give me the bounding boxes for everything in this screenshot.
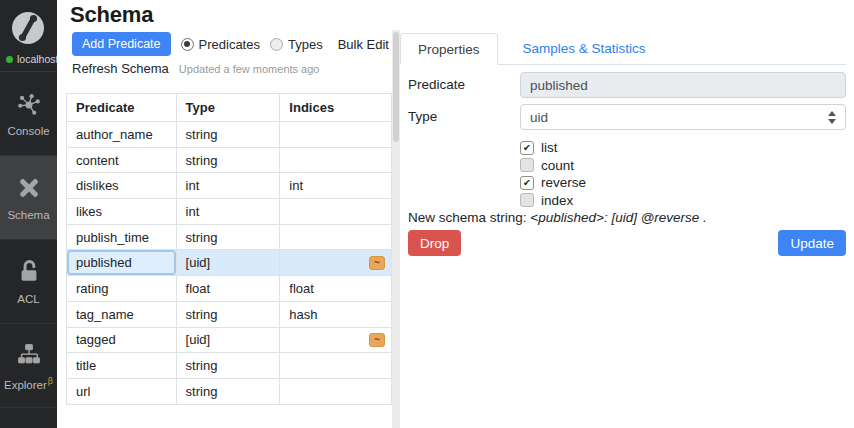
predicate-input[interactable]: published <box>520 72 846 98</box>
checkbox-list[interactable]: ✔list <box>520 139 586 157</box>
tab-samples-statistics[interactable]: Samples & Statistics <box>498 33 671 64</box>
add-predicate-button[interactable]: Add Predicate <box>72 32 171 56</box>
update-button[interactable]: Update <box>778 230 846 256</box>
cell-type[interactable]: string <box>177 122 281 147</box>
cell-predicate[interactable]: likes <box>67 199 177 224</box>
table-row[interactable]: ratingfloatfloat <box>67 276 391 302</box>
cell-indices[interactable] <box>280 353 391 378</box>
table-row[interactable]: likesint <box>67 199 391 225</box>
column-header-indices: Indices <box>280 94 391 121</box>
schema-string: New schema string: <published>: [uid] @r… <box>408 210 707 225</box>
cell-predicate[interactable]: url <box>67 379 177 404</box>
reverse-badge: ~ <box>369 333 385 347</box>
table-row[interactable]: dislikesintint <box>67 173 391 199</box>
cell-type[interactable]: float <box>177 276 281 301</box>
cell-indices[interactable]: ~ <box>280 250 391 275</box>
checkbox-label: list <box>541 140 558 155</box>
tab-properties[interactable]: Properties <box>400 33 498 65</box>
cell-indices[interactable] <box>280 122 391 147</box>
table-row[interactable]: author_namestring <box>67 122 391 148</box>
cell-indices[interactable]: hash <box>280 302 391 327</box>
table-row[interactable]: published[uid]~ <box>67 250 391 276</box>
checkbox-unchecked-icon[interactable] <box>520 193 534 207</box>
cell-indices[interactable] <box>280 379 391 404</box>
table-row[interactable]: tag_namestringhash <box>67 302 391 328</box>
radio-selected-icon[interactable] <box>181 38 194 51</box>
scrollbar-thumb[interactable] <box>393 32 399 142</box>
checkbox-label: index <box>541 193 573 208</box>
sidebar-item-label: ACL <box>17 293 39 305</box>
sidebar-item-acl[interactable]: ACL <box>0 240 57 324</box>
schema-list-panel: Schema Add Predicate Predicates Types Bu… <box>57 0 392 428</box>
cell-predicate[interactable]: dislikes <box>67 173 177 198</box>
sidebar-item-console[interactable]: Console <box>0 72 57 156</box>
cell-predicate[interactable]: title <box>67 353 177 378</box>
sidebar-brand[interactable]: localhost <box>0 0 57 72</box>
schema-toolbar: Add Predicate Predicates Types Bulk Edit <box>72 32 389 56</box>
table-row[interactable]: publish_timestring <box>67 225 391 251</box>
checkbox-index[interactable]: index <box>520 192 586 210</box>
connection-label: localhost <box>17 53 58 65</box>
cell-predicate[interactable]: content <box>67 148 177 173</box>
table-row[interactable]: contentstring <box>67 148 391 174</box>
updated-timestamp: Updated a few moments ago <box>179 63 320 75</box>
cell-type[interactable]: [uid] <box>177 328 281 353</box>
cell-indices[interactable]: float <box>280 276 391 301</box>
table-row[interactable]: titlestring <box>67 353 391 379</box>
checkbox-count[interactable]: count <box>520 157 586 175</box>
predicates-table: Predicate Type Indices author_namestring… <box>66 93 392 405</box>
app-window: localhost Console <box>0 0 854 428</box>
predicate-field-label: Predicate <box>408 77 465 92</box>
checkbox-label: count <box>541 158 574 173</box>
predicate-detail-panel: Properties Samples & Statistics Predicat… <box>400 0 854 428</box>
sidebar-item-schema[interactable]: Schema <box>0 156 57 240</box>
radio-types[interactable]: Types <box>270 37 323 52</box>
radio-predicates[interactable]: Predicates <box>181 37 260 52</box>
select-spinner-icon <box>828 111 836 124</box>
cell-type[interactable]: string <box>177 225 281 250</box>
dgraph-logo-icon <box>10 10 46 50</box>
checkbox-label: reverse <box>541 175 586 190</box>
cell-predicate[interactable]: rating <box>67 276 177 301</box>
cell-predicate[interactable]: publish_time <box>67 225 177 250</box>
schema-table-body: author_namestringcontentstringdislikesin… <box>67 122 391 405</box>
cell-type[interactable]: int <box>177 199 281 224</box>
table-row[interactable]: tagged[uid]~ <box>67 328 391 354</box>
graph-icon <box>15 90 43 118</box>
cell-indices[interactable]: int <box>280 173 391 198</box>
column-header-predicate: Predicate <box>67 94 177 121</box>
cell-type[interactable]: string <box>177 379 281 404</box>
cell-predicate[interactable]: author_name <box>67 122 177 147</box>
table-row[interactable]: urlstring <box>67 379 391 405</box>
bulk-edit-button[interactable]: Bulk Edit <box>338 37 389 52</box>
cell-indices[interactable] <box>280 148 391 173</box>
checkbox-checked-icon[interactable]: ✔ <box>520 176 534 190</box>
refresh-row: Refresh Schema Updated a few moments ago <box>72 61 319 76</box>
cell-predicate[interactable]: published <box>67 250 177 275</box>
cell-indices[interactable] <box>280 225 391 250</box>
refresh-schema-button[interactable]: Refresh Schema <box>72 61 169 76</box>
drop-button[interactable]: Drop <box>408 230 461 256</box>
sidebar-item-label: Explorerβ <box>4 376 53 391</box>
sidebar-item-explorer[interactable]: Explorerβ <box>0 324 57 408</box>
checkbox-unchecked-icon[interactable] <box>520 158 534 172</box>
connection-status[interactable]: localhost <box>6 53 58 65</box>
schema-icon <box>15 174 43 202</box>
cell-type[interactable]: string <box>177 353 281 378</box>
cell-indices[interactable]: ~ <box>280 328 391 353</box>
checkbox-checked-icon[interactable]: ✔ <box>520 141 534 155</box>
cell-type[interactable]: int <box>177 173 281 198</box>
type-select[interactable]: uid <box>520 104 846 130</box>
type-field-label: Type <box>408 109 437 124</box>
cell-indices[interactable] <box>280 199 391 224</box>
cell-type[interactable]: [uid] <box>177 250 281 275</box>
cell-predicate[interactable]: tag_name <box>67 302 177 327</box>
checkbox-reverse[interactable]: ✔reverse <box>520 174 586 192</box>
radio-unselected-icon[interactable] <box>270 38 283 51</box>
sitemap-icon <box>15 341 43 369</box>
cell-predicate[interactable]: tagged <box>67 328 177 353</box>
cell-type[interactable]: string <box>177 302 281 327</box>
beta-badge: β <box>48 376 53 386</box>
cell-type[interactable]: string <box>177 148 281 173</box>
panel-scrollbar[interactable] <box>392 30 400 428</box>
